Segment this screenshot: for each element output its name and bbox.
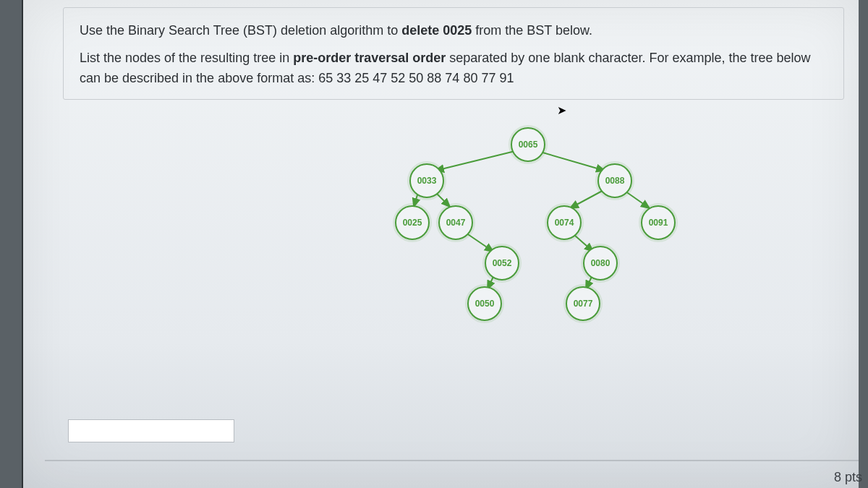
node-0033: 0033 [409, 163, 444, 198]
q-line1-post: from the BST below. [472, 23, 592, 38]
svg-line-1 [435, 150, 518, 171]
q-line2-bold: pre-order traversal order [293, 51, 446, 65]
q-line1-bold: delete 0025 [401, 23, 472, 38]
bst-diagram: 0065 0033 0088 0025 0047 0074 0091 0052 … [64, 120, 868, 337]
node-0065: 0065 [511, 127, 545, 162]
node-0050: 0050 [467, 286, 502, 321]
node-0074: 0074 [547, 205, 582, 240]
question-panel: Use the Binary Search Tree (BST) deletio… [22, 0, 859, 488]
q-line1-pre: Use the Binary Search Tree (BST) deletio… [80, 23, 401, 38]
points-label: 8 pts [834, 470, 862, 485]
node-0091: 0091 [641, 205, 676, 240]
question-box: Use the Binary Search Tree (BST) deletio… [63, 7, 844, 100]
answer-input[interactable] [68, 419, 234, 442]
node-0088: 0088 [597, 163, 632, 198]
node-0052: 0052 [485, 246, 519, 281]
node-0025: 0025 [395, 205, 430, 240]
q-line2-pre: List the nodes of the resulting tree in [80, 51, 293, 65]
node-0047: 0047 [438, 205, 473, 240]
divider [45, 460, 859, 461]
question-text: Use the Binary Search Tree (BST) deletio… [80, 21, 827, 89]
node-0077: 0077 [566, 286, 600, 321]
node-0080: 0080 [583, 246, 618, 281]
svg-line-2 [535, 150, 605, 171]
